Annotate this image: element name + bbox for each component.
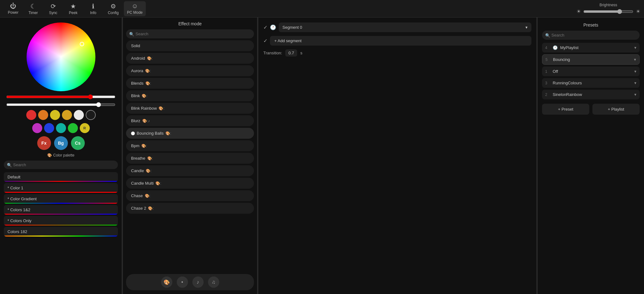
music-toolbar-btn[interactable]: ♪ <box>192 277 204 288</box>
effect-item[interactable]: Bouncing Balls 🎨: <box>126 128 254 139</box>
add-preset-button[interactable]: + Preset <box>542 104 589 115</box>
nav-item-config[interactable]: ⚙Config <box>104 1 123 16</box>
preset-item[interactable]: 2 SinelonRainbow ▾ <box>542 90 640 99</box>
effect-item[interactable]: Blends 🎨: <box>126 78 254 89</box>
effect-item-icon: 🎨: <box>145 69 151 73</box>
effect-search-input[interactable] <box>126 29 254 38</box>
palette-search-input[interactable] <box>4 161 118 169</box>
brightness-slider[interactable] <box>583 9 633 14</box>
effect-item-label: Chase <box>131 193 143 198</box>
preset-expand-arrow: ▾ <box>634 45 636 50</box>
nav-item-sync[interactable]: ⟳Sync <box>44 1 63 16</box>
preset-number: 5 <box>545 57 550 62</box>
nav-item-peek[interactable]: ★Peek <box>64 1 83 16</box>
nav-icon-sync: ⟳ <box>51 2 56 10</box>
palette-item[interactable]: * Color 1 <box>4 183 118 193</box>
preset-item[interactable]: 1 Off ▾ <box>542 67 640 76</box>
palette-item[interactable]: * Colors Only <box>4 216 118 226</box>
white-slider[interactable] <box>6 103 115 106</box>
add-segment-label: + Add segment <box>274 38 302 43</box>
preset-number: 3 <box>545 81 550 85</box>
music2-toolbar-btn[interactable]: ♫ <box>208 277 219 288</box>
preset-name: MyPlaylist <box>560 45 632 50</box>
effect-item[interactable]: Breathe 🎨: <box>126 153 254 164</box>
nav-item-info[interactable]: ℹInfo <box>84 1 103 16</box>
effect-item-icon: 🎨: <box>145 194 150 198</box>
add-segment-row: ✓ + Add segment <box>263 36 531 46</box>
topnav: ⏻Power☾Timer⟳Sync★PeekℹInfo⚙Config☺PC Mo… <box>0 0 644 17</box>
swatch-black[interactable] <box>86 110 96 120</box>
effect-search-wrap: 🔍 <box>126 29 254 38</box>
palette-item[interactable]: * Color Gradient <box>4 194 118 204</box>
effect-item-label: Blink <box>131 93 140 98</box>
add-segment-button[interactable]: + Add segment <box>270 36 531 46</box>
swatch-white[interactable] <box>74 110 84 120</box>
effect-item[interactable]: Chase 🎨: <box>126 190 254 201</box>
preset-item[interactable]: 3 RunningColours ▾ <box>542 78 640 88</box>
swatch-red[interactable] <box>26 110 36 120</box>
nav-item-timer[interactable]: ☾Timer <box>24 1 43 16</box>
palette-link-label: Color palette <box>53 153 74 157</box>
swatch-random[interactable]: R <box>80 123 90 133</box>
palette-item[interactable]: * Colors 1&2 <box>4 205 118 215</box>
nav-item-pc-mode[interactable]: ☺PC Mode <box>124 1 146 16</box>
presets-search-input[interactable] <box>542 31 640 40</box>
swatch-green[interactable] <box>68 123 78 133</box>
effect-item[interactable]: Blink Rainbow 🎨: <box>126 103 254 114</box>
palette-toolbar-btn[interactable]: 🎨 <box>161 277 172 288</box>
swatch-amber[interactable] <box>62 110 72 120</box>
preset-item[interactable]: 5 Bouncing ▾ <box>542 54 640 65</box>
dot-toolbar-btn[interactable]: • <box>177 277 188 288</box>
preset-name: RunningColours <box>553 81 632 85</box>
color-wheel[interactable] <box>27 22 95 91</box>
effect-item[interactable]: Aurora 🎨: <box>126 65 254 76</box>
swatch-magenta[interactable] <box>32 123 42 133</box>
preset-item[interactable]: 4 🕐 MyPlaylist ▾ <box>542 43 640 52</box>
effect-item-label: Aurora <box>131 68 143 73</box>
effect-item[interactable]: Candle Multi 🎨: <box>126 178 254 189</box>
nav-label-config: Config <box>108 11 119 15</box>
palette-item[interactable]: Default <box>4 172 118 182</box>
effect-item-label: Chase 2 <box>131 206 146 211</box>
bg-button[interactable]: Bg <box>54 136 68 150</box>
segment-panel: ✓ 🕐 Segment 0 ▾ ✓ + Add segment Transiti… <box>258 17 537 294</box>
swatch-blue[interactable] <box>44 123 54 133</box>
palette-item[interactable]: Colors 182 <box>4 227 118 237</box>
effect-item-icon: 🎨: <box>145 81 151 86</box>
brightness-high-icon: ☀ <box>636 8 640 14</box>
swatch-yellow[interactable] <box>50 110 60 120</box>
preset-footer: + Preset + Playlist <box>542 104 640 115</box>
effect-item[interactable]: Chase 2 🎨: <box>126 203 254 214</box>
segment-dropdown[interactable]: Segment 0 ▾ <box>279 22 531 32</box>
presets-search-icon: 🔍 <box>545 33 550 37</box>
color-wheel-container[interactable] <box>27 22 95 91</box>
transition-value[interactable]: 0.7 <box>285 49 297 57</box>
segment-check-icon[interactable]: ✓ <box>263 24 267 30</box>
effect-item[interactable]: Candle 🎨: <box>126 165 254 176</box>
add-playlist-button[interactable]: + Playlist <box>592 104 640 115</box>
nav-icon-timer: ☾ <box>30 2 36 10</box>
nav-label-pc-mode: PC Mode <box>127 10 143 15</box>
swatch-teal[interactable] <box>56 123 66 133</box>
swatch-orange[interactable] <box>38 110 48 120</box>
effect-item[interactable]: Bpm 🎨: <box>126 140 254 151</box>
effect-item-label: Bouncing Balls <box>137 131 164 136</box>
fx-button[interactable]: Fx <box>37 136 51 150</box>
cs-button[interactable]: Cs <box>71 136 85 150</box>
effect-item[interactable]: Android 🎨: <box>126 53 254 64</box>
nav-icon-pc-mode: ☺ <box>132 2 138 10</box>
effect-item-label: Bpm <box>131 143 139 148</box>
preset-name: Bouncing <box>553 57 631 62</box>
nav-label-power: Power <box>8 10 18 15</box>
nav-item-power[interactable]: ⏻Power <box>4 1 23 16</box>
preset-name: Off <box>553 69 632 74</box>
red-slider[interactable] <box>6 96 115 98</box>
effect-item-icon: 🎨:♪ <box>142 119 150 123</box>
effect-item[interactable]: Blurz 🎨:♪ <box>126 115 254 126</box>
effect-item-icon: 🎨: <box>165 131 171 136</box>
palette-link[interactable]: 🎨 Color palette <box>47 153 74 157</box>
nav-icon-power: ⏻ <box>10 2 16 10</box>
effect-item[interactable]: Blink 🎨: <box>126 90 254 101</box>
palette-search-icon: 🔍 <box>7 162 12 167</box>
effect-item[interactable]: Solid <box>126 40 254 51</box>
